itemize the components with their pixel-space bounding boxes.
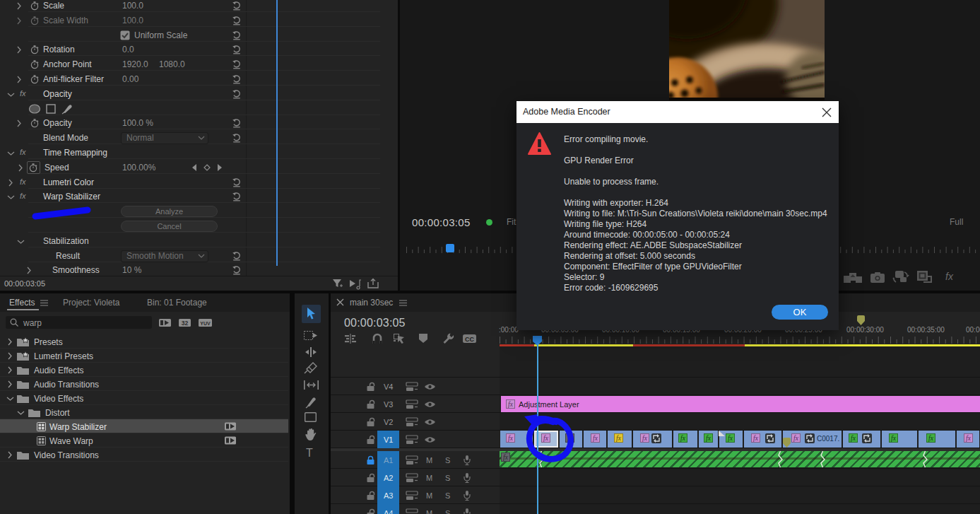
svg-text:CC: CC bbox=[465, 336, 474, 343]
svg-text:32: 32 bbox=[182, 320, 189, 327]
svg-text:YUV: YUV bbox=[200, 321, 211, 326]
